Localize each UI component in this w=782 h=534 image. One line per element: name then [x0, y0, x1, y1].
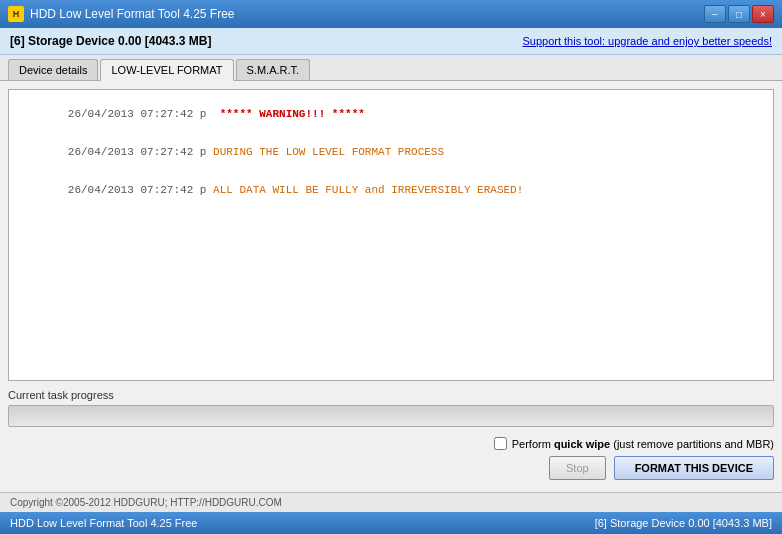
quick-wipe-checkbox[interactable]	[494, 437, 507, 450]
close-button[interactable]: ×	[752, 5, 774, 23]
main-window: [6] Storage Device 0.00 [4043.3 MB] Supp…	[0, 28, 782, 512]
copyright-text: Copyright ©2005-2012 HDDGURU; HTTP://HDD…	[10, 497, 282, 508]
log-area: 26/04/2013 07:27:42 p ***** WARNING!!! *…	[8, 89, 774, 381]
tab-bar: Device details LOW-LEVEL FORMAT S.M.A.R.…	[0, 55, 782, 81]
copyright-bar: Copyright ©2005-2012 HDDGURU; HTTP://HDD…	[0, 492, 782, 512]
device-info: [6] Storage Device 0.00 [4043.3 MB]	[10, 34, 211, 48]
log-line-3: 26/04/2013 07:27:42 p ALL DATA WILL BE F…	[15, 172, 767, 208]
log-message-1: ***** WARNING!!! *****	[206, 108, 364, 120]
maximize-button[interactable]: □	[728, 5, 750, 23]
quick-wipe-label-bold: quick wipe	[554, 438, 610, 450]
quick-wipe-label-pre: Perform	[512, 438, 554, 450]
app-icon: H	[8, 6, 24, 22]
tab-device-details[interactable]: Device details	[8, 59, 98, 80]
log-timestamp-2: 26/04/2013 07:27:42 p	[68, 146, 207, 158]
progress-label: Current task progress	[8, 389, 774, 401]
status-bar: HDD Low Level Format Tool 4.25 Free [6] …	[0, 512, 782, 534]
title-bar: H HDD Low Level Format Tool 4.25 Free − …	[0, 0, 782, 28]
window-controls: − □ ×	[704, 5, 774, 23]
log-message-2: DURING THE LOW LEVEL FORMAT PROCESS	[206, 146, 444, 158]
quick-wipe-row: Perform quick wipe (just remove partitio…	[8, 431, 774, 456]
content-area: 26/04/2013 07:27:42 p ***** WARNING!!! *…	[0, 81, 782, 492]
log-line-1: 26/04/2013 07:27:42 p ***** WARNING!!! *…	[15, 96, 767, 132]
log-message-3: ALL DATA WILL BE FULLY and IRREVERSIBLY …	[206, 184, 523, 196]
status-device-info: [6] Storage Device 0.00 [4043.3 MB]	[595, 517, 772, 529]
button-row: Stop FORMAT THIS DEVICE	[8, 456, 774, 484]
minimize-button[interactable]: −	[704, 5, 726, 23]
title-text: HDD Low Level Format Tool 4.25 Free	[30, 7, 704, 21]
support-link[interactable]: Support this tool: upgrade and enjoy bet…	[522, 35, 772, 47]
status-app-name: HDD Low Level Format Tool 4.25 Free	[10, 517, 198, 529]
quick-wipe-label[interactable]: Perform quick wipe (just remove partitio…	[512, 438, 774, 450]
tab-low-level-format[interactable]: LOW-LEVEL FORMAT	[100, 59, 233, 81]
log-line-2: 26/04/2013 07:27:42 p DURING THE LOW LEV…	[15, 134, 767, 170]
header-bar: [6] Storage Device 0.00 [4043.3 MB] Supp…	[0, 28, 782, 55]
progress-bar-container	[8, 405, 774, 427]
format-button[interactable]: FORMAT THIS DEVICE	[614, 456, 774, 480]
progress-section: Current task progress	[8, 381, 774, 431]
log-timestamp-3: 26/04/2013 07:27:42 p	[68, 184, 207, 196]
stop-button[interactable]: Stop	[549, 456, 606, 480]
quick-wipe-label-post: (just remove partitions and MBR)	[610, 438, 774, 450]
log-timestamp-1: 26/04/2013 07:27:42 p	[68, 108, 207, 120]
tab-smart[interactable]: S.M.A.R.T.	[236, 59, 311, 80]
